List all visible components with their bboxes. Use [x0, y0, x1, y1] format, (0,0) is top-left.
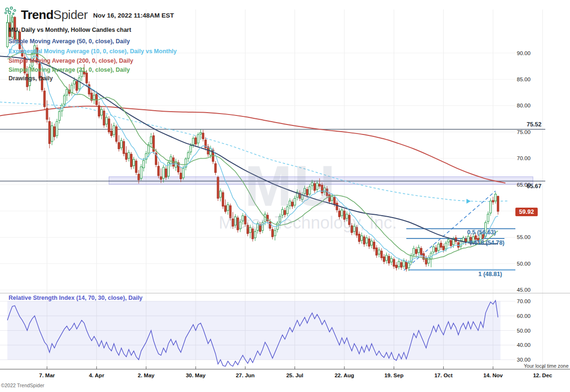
candle-body [128, 153, 130, 158]
candle-body [118, 143, 120, 149]
candle-body [165, 169, 167, 177]
candle-body [440, 243, 442, 248]
candle-body [170, 157, 172, 163]
candle-body [435, 248, 437, 252]
x-axis-tick-label: 19. Sep [384, 373, 403, 378]
candle-body [358, 234, 360, 242]
rsi-indicator-label[interactable]: Relative Strength Index (14, 70, 30, clo… [9, 295, 142, 301]
candle-body [497, 196, 499, 211]
x-axis-tick-label: 30. May [186, 373, 206, 378]
candle-body [190, 146, 192, 152]
fib-label-1: 1 (48.81) [478, 271, 502, 277]
candle-body [376, 248, 378, 256]
candle-body [490, 201, 492, 213]
candle-body [363, 237, 365, 244]
rsi-axis-label: 40.00 [517, 342, 531, 348]
x-axis-tick-label: 17. Oct [434, 373, 453, 378]
rsi-axis-label: 70.00 [517, 298, 531, 304]
candle-body [121, 141, 123, 148]
candle-body [86, 73, 88, 83]
candle-body [413, 249, 415, 255]
candle-body [95, 94, 97, 105]
price-axis-label: 45.00 [517, 287, 531, 293]
candle-body [93, 95, 95, 99]
candle-body [192, 138, 194, 144]
candle-body [105, 117, 107, 124]
candle-body [64, 96, 66, 104]
candle-body [135, 161, 137, 172]
fib-label-05: 0.5 (56.63) [467, 229, 496, 236]
trendspider-app: 7. Mar4. Apr2. May30. May27. Jun25. Jul2… [0, 0, 570, 392]
candle-body [202, 133, 204, 139]
candle-body [133, 159, 135, 165]
trendspider-logo[interactable]: TrendSpider [21, 8, 87, 22]
candle-body [182, 168, 184, 178]
level-label-7552: 75.52 [514, 121, 542, 128]
price-axis-label: 70.00 [517, 155, 531, 161]
candle-body [398, 261, 400, 267]
candle-body [386, 255, 388, 260]
candle-body [73, 80, 75, 84]
candle-body [383, 257, 385, 261]
candle-body [408, 263, 410, 268]
candle-body [366, 238, 368, 243]
candle-body [450, 240, 452, 246]
legend-ema10[interactable]: Exponential Moving Average (10, 0, close… [9, 48, 177, 55]
candle-body [71, 85, 73, 93]
candle-body [403, 261, 405, 266]
candle-body [54, 127, 56, 137]
candle-body [428, 258, 429, 263]
fib-label-0618: 0.618 (54.78) [469, 239, 504, 246]
candle-body [66, 89, 68, 95]
legend-sma50[interactable]: Simple Moving Average (50, 0, close), Da… [9, 38, 130, 45]
x-axis-tick-label: 22. Aug [334, 373, 354, 378]
x-axis-tick-label: 14. Nov [484, 373, 504, 378]
arrow-right-icon [466, 199, 471, 204]
candle-body [195, 138, 197, 144]
candle-body [361, 236, 363, 240]
candle-body [101, 109, 103, 115]
candle-body [388, 256, 390, 263]
candle-body [200, 133, 202, 134]
candle-body [400, 263, 402, 268]
candle-body [138, 174, 140, 180]
candle-body [393, 259, 395, 266]
candle-body [51, 126, 53, 142]
legend-drawings[interactable]: Drawings, Daily [9, 75, 53, 82]
candle-body [222, 192, 224, 206]
candle-body [217, 177, 219, 198]
candle-body [111, 131, 113, 136]
legend-symbol-title[interactable]: MU, Daily vs Monthly, Hollow Candles cha… [9, 27, 131, 33]
candle-body [447, 239, 449, 242]
timezone-note[interactable]: Your local time zone [524, 363, 569, 369]
logo-trend: Trend [21, 8, 53, 22]
legend-sma200[interactable]: Simple Moving Average (200, 0, close), D… [9, 57, 133, 64]
candle-body [187, 153, 189, 158]
candle-body [433, 247, 435, 252]
copyright: ©2022 TrendSpider [1, 382, 44, 388]
chart-timestamp: Nov 16, 2022 11:48AM EST [93, 12, 174, 19]
candle-body [123, 142, 125, 153]
candle-body [368, 239, 370, 247]
candle-body [76, 81, 78, 90]
candle-body [113, 126, 115, 135]
price-axis-label: 80.00 [517, 103, 531, 108]
candle-body [150, 137, 152, 143]
x-axis-tick-label: 25. Jul [286, 373, 304, 378]
candle-body [380, 251, 382, 258]
candle-body [420, 249, 422, 255]
candle-body [143, 161, 145, 168]
candle-body [103, 111, 105, 125]
candle-body [494, 194, 496, 201]
candle-body [462, 238, 464, 242]
candle-body [140, 167, 142, 178]
candle-body [108, 119, 110, 132]
x-axis-tick-label: 7. Mar [39, 373, 55, 378]
rsi-axis-label: 30.00 [517, 357, 531, 363]
candle-body [125, 153, 127, 159]
candle-body [390, 258, 392, 262]
candle-body [219, 191, 221, 197]
candle-body [46, 108, 48, 119]
candle-body [475, 236, 477, 239]
legend-sma21[interactable]: Simple Moving Average (21, 0, close), Da… [9, 67, 130, 73]
